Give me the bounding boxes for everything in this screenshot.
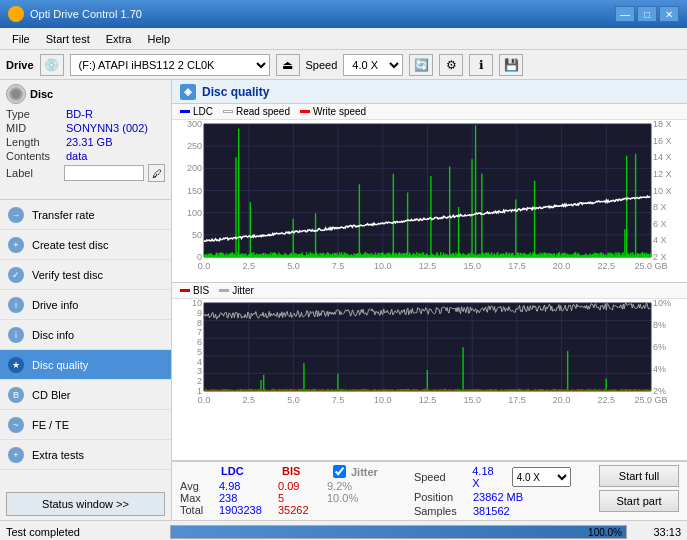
jitter-checkbox[interactable] <box>333 465 346 478</box>
drivebar: Drive 💿 (F:) ATAPI iHBS112 2 CL0K ⏏ Spee… <box>0 50 687 80</box>
settings-icon[interactable]: ⚙ <box>439 54 463 76</box>
stats-jitter-header: Jitter <box>351 466 378 478</box>
legend-write-label: Write speed <box>313 106 366 117</box>
stats-max-ldc: 238 <box>219 492 274 504</box>
status-window-button[interactable]: Status window >> <box>6 492 165 516</box>
legend-ldc-label: LDC <box>193 106 213 117</box>
titlebar-title: Opti Drive Control 1.70 <box>30 8 142 20</box>
titlebar: Opti Drive Control 1.70 — □ ✕ <box>0 0 687 28</box>
stats-total-row: Total 1903238 35262 <box>180 504 378 516</box>
top-chart-container <box>172 120 687 283</box>
drive-info-icon: i <box>8 297 24 313</box>
stats-max-jitter: 10.0% <box>327 492 358 504</box>
status-text: Test completed <box>6 526 166 538</box>
disc-icon <box>6 84 26 104</box>
top-chart-legend: LDC Read speed Write speed <box>172 104 687 120</box>
progress-text: 100.0% <box>588 526 622 539</box>
sidebar-item-disc-quality[interactable]: ★ Disc quality <box>0 350 171 380</box>
menu-start-test[interactable]: Start test <box>38 31 98 47</box>
info-icon[interactable]: ℹ <box>469 54 493 76</box>
stats-bar: LDC BIS Jitter Avg 4.98 0.09 9.2% Max 23… <box>172 461 687 520</box>
legend-bis: BIS <box>180 285 209 296</box>
fe-te-icon: ~ <box>8 417 24 433</box>
disc-contents-val: data <box>66 150 87 162</box>
stats-ldc-header: LDC <box>221 465 276 478</box>
eject-icon[interactable]: ⏏ <box>276 54 300 76</box>
nav-items: → Transfer rate + Create test disc ✓ Ver… <box>0 200 171 488</box>
samples-row: Samples 381562 <box>414 505 571 517</box>
disc-mid-val: SONYNN3 (002) <box>66 122 148 134</box>
nav-label-verify-test: Verify test disc <box>32 269 103 281</box>
menu-file[interactable]: File <box>4 31 38 47</box>
legend-jitter: Jitter <box>219 285 254 296</box>
disc-type-row: Type BD-R <box>6 108 165 120</box>
stats-max-bis: 5 <box>278 492 323 504</box>
stats-total-label: Total <box>180 504 215 516</box>
bottom-chart-container <box>172 299 687 462</box>
start-full-button[interactable]: Start full <box>599 465 679 487</box>
progress-bar-fill <box>171 526 626 538</box>
nav-label-drive-info: Drive info <box>32 299 78 311</box>
sidebar-item-verify-test[interactable]: ✓ Verify test disc <box>0 260 171 290</box>
nav-label-transfer-rate: Transfer rate <box>32 209 95 221</box>
legend-read-label: Read speed <box>236 106 290 117</box>
refresh-icon[interactable]: 🔄 <box>409 54 433 76</box>
maximize-button[interactable]: □ <box>637 6 657 22</box>
jitter-dot <box>219 289 229 292</box>
speed-label: Speed <box>306 59 338 71</box>
minimize-button[interactable]: — <box>615 6 635 22</box>
sidebar-item-extra-tests[interactable]: + Extra tests <box>0 440 171 470</box>
samples-val: 381562 <box>473 505 510 517</box>
disc-contents-key: Contents <box>6 150 66 162</box>
sidebar-item-fe-te[interactable]: ~ FE / TE <box>0 410 171 440</box>
legend-read-speed: Read speed <box>223 106 290 117</box>
transfer-rate-icon: → <box>8 207 24 223</box>
save-icon[interactable]: 💾 <box>499 54 523 76</box>
menubar: File Start test Extra Help <box>0 28 687 50</box>
sidebar-item-drive-info[interactable]: i Drive info <box>0 290 171 320</box>
menu-extra[interactable]: Extra <box>98 31 140 47</box>
speed-select[interactable]: 4.0 X <box>343 54 403 76</box>
start-buttons: Start full Start part <box>599 465 679 512</box>
stats-header: LDC BIS Jitter <box>180 465 378 478</box>
nav-label-disc-info: Disc info <box>32 329 74 341</box>
disc-mid-row: MID SONYNN3 (002) <box>6 122 165 134</box>
cd-bler-icon: B <box>8 387 24 403</box>
nav-label-disc-quality: Disc quality <box>32 359 88 371</box>
start-part-button[interactable]: Start part <box>599 490 679 512</box>
legend-ldc: LDC <box>180 106 213 117</box>
verify-test-icon: ✓ <box>8 267 24 283</box>
nav-label-cd-bler: CD Bler <box>32 389 71 401</box>
speed-speed-val: 4.18 X <box>472 465 503 489</box>
close-button[interactable]: ✕ <box>659 6 679 22</box>
position-key: Position <box>414 491 469 503</box>
sidebar-item-transfer-rate[interactable]: → Transfer rate <box>0 200 171 230</box>
drive-select[interactable]: (F:) ATAPI iHBS112 2 CL0K <box>70 54 270 76</box>
legend-write-speed: Write speed <box>300 106 366 117</box>
create-test-icon: + <box>8 237 24 253</box>
speed-select-stats[interactable]: 4.0 X <box>512 467 571 487</box>
sidebar-item-cd-bler[interactable]: B CD Bler <box>0 380 171 410</box>
progress-bar-container: 100.0% <box>170 525 627 539</box>
sidebar-item-disc-info[interactable]: i Disc info <box>0 320 171 350</box>
stats-avg-ldc: 4.98 <box>219 480 274 492</box>
disc-label-row: Label 🖊 <box>6 164 165 182</box>
titlebar-controls: — □ ✕ <box>615 6 679 22</box>
ldc-dot <box>180 110 190 113</box>
label-edit-icon[interactable]: 🖊 <box>148 164 165 182</box>
disc-type-val: BD-R <box>66 108 93 120</box>
disc-type-key: Type <box>6 108 66 120</box>
bottom-chart <box>172 299 687 409</box>
nav-label-fe-te: FE / TE <box>32 419 69 431</box>
menu-help[interactable]: Help <box>139 31 178 47</box>
disc-length-val: 23.31 GB <box>66 136 112 148</box>
content-header: ◈ Disc quality <box>172 80 687 104</box>
position-row: Position 23862 MB <box>414 491 571 503</box>
disc-label-input[interactable] <box>64 165 144 181</box>
stats-avg-label: Avg <box>180 480 215 492</box>
sidebar-item-create-test[interactable]: + Create test disc <box>0 230 171 260</box>
stats-total-ldc: 1903238 <box>219 504 274 516</box>
stats-max-label: Max <box>180 492 215 504</box>
stats-bis-header: BIS <box>282 465 327 478</box>
disc-info-icon: i <box>8 327 24 343</box>
